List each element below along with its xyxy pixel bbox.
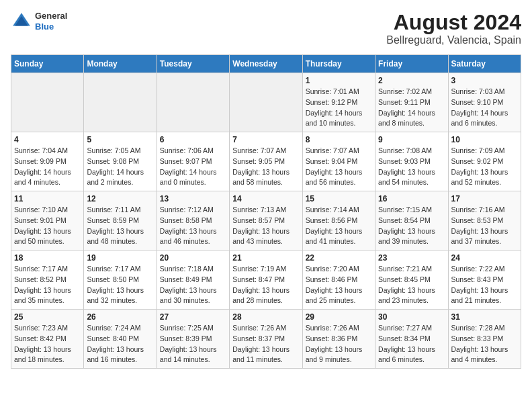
week-row-4: 18Sunrise: 7:17 AMSunset: 8:52 PMDayligh… <box>11 250 521 310</box>
daylight: Daylight: 13 hours and 39 minutes. <box>378 227 435 246</box>
sunset: Sunset: 8:34 PM <box>378 334 431 342</box>
day-number: 11 <box>14 194 81 203</box>
day-info: Sunrise: 7:04 AMSunset: 9:09 PMDaylight:… <box>14 146 81 188</box>
daylight: Daylight: 14 hours and 8 minutes. <box>378 109 435 128</box>
daylight: Daylight: 13 hours and 6 minutes. <box>378 345 435 364</box>
daylight: Daylight: 13 hours and 52 minutes. <box>451 168 508 187</box>
sunset: Sunset: 8:49 PM <box>160 275 212 283</box>
daylight: Daylight: 13 hours and 54 minutes. <box>378 168 435 187</box>
daylight: Daylight: 13 hours and 28 minutes. <box>232 286 290 305</box>
sunset: Sunset: 9:04 PM <box>306 157 358 165</box>
sunrise: Sunrise: 7:24 AM <box>87 324 140 332</box>
calendar-cell: 7Sunrise: 7:07 AMSunset: 9:05 PMDaylight… <box>230 132 302 191</box>
calendar-cell: 1Sunrise: 7:01 AMSunset: 9:12 PMDaylight… <box>302 73 375 132</box>
sunset: Sunset: 8:50 PM <box>87 275 139 283</box>
calendar-cell: 3Sunrise: 7:03 AMSunset: 9:10 PMDaylight… <box>448 73 521 132</box>
day-number: 12 <box>87 194 153 203</box>
day-info: Sunrise: 7:16 AMSunset: 8:53 PMDaylight:… <box>451 205 518 247</box>
day-number: 26 <box>87 312 153 322</box>
sunset: Sunset: 8:39 PM <box>160 334 212 342</box>
day-number: 16 <box>378 194 445 203</box>
sunrise: Sunrise: 7:14 AM <box>306 205 359 214</box>
calendar-cell: 12Sunrise: 7:11 AMSunset: 8:59 PMDayligh… <box>84 191 157 250</box>
day-number: 9 <box>378 135 445 144</box>
sunset: Sunset: 9:07 PM <box>160 157 212 165</box>
sunset: Sunset: 8:57 PM <box>232 216 285 224</box>
sunrise: Sunrise: 7:26 AM <box>232 324 286 332</box>
sunset: Sunset: 8:58 PM <box>160 216 212 224</box>
calendar-cell: 5Sunrise: 7:05 AMSunset: 9:08 PMDaylight… <box>84 132 157 191</box>
calendar-cell: 10Sunrise: 7:09 AMSunset: 9:02 PMDayligh… <box>448 132 521 191</box>
sunrise: Sunrise: 7:16 AM <box>451 205 505 214</box>
day-info: Sunrise: 7:03 AMSunset: 9:10 PMDaylight:… <box>451 87 518 129</box>
calendar-table: SundayMondayTuesdayWednesdayThursdayFrid… <box>11 54 521 369</box>
sunrise: Sunrise: 7:20 AM <box>306 265 359 273</box>
page-subtitle: Bellreguard, Valencia, Spain <box>386 34 521 46</box>
daylight: Daylight: 13 hours and 37 minutes. <box>451 227 508 246</box>
daylight: Daylight: 13 hours and 35 minutes. <box>14 286 71 305</box>
sunset: Sunset: 9:09 PM <box>14 157 66 165</box>
day-info: Sunrise: 7:22 AMSunset: 8:43 PMDaylight:… <box>451 264 518 306</box>
sunrise: Sunrise: 7:03 AM <box>451 87 505 95</box>
calendar-cell: 31Sunrise: 7:28 AMSunset: 8:33 PMDayligh… <box>448 310 521 369</box>
title-block: August 2024 Bellreguard, Valencia, Spain <box>386 11 521 46</box>
sunset: Sunset: 8:37 PM <box>232 334 285 342</box>
sunset: Sunset: 8:59 PM <box>87 216 139 224</box>
day-number: 30 <box>378 312 445 322</box>
sunrise: Sunrise: 7:08 AM <box>378 146 432 154</box>
calendar-cell: 23Sunrise: 7:21 AMSunset: 8:45 PMDayligh… <box>375 250 448 310</box>
day-number: 10 <box>451 135 518 144</box>
daylight: Daylight: 13 hours and 23 minutes. <box>378 286 435 305</box>
sunset: Sunset: 8:47 PM <box>232 275 285 283</box>
day-number: 29 <box>306 312 372 322</box>
calendar-cell: 28Sunrise: 7:26 AMSunset: 8:37 PMDayligh… <box>230 310 302 369</box>
day-header-thursday: Thursday <box>302 55 375 73</box>
day-info: Sunrise: 7:17 AMSunset: 8:50 PMDaylight:… <box>87 264 153 306</box>
day-info: Sunrise: 7:05 AMSunset: 9:08 PMDaylight:… <box>87 146 153 188</box>
day-header-tuesday: Tuesday <box>157 55 229 73</box>
day-info: Sunrise: 7:24 AMSunset: 8:40 PMDaylight:… <box>87 323 153 365</box>
daylight: Daylight: 13 hours and 4 minutes. <box>451 345 508 364</box>
sunrise: Sunrise: 7:26 AM <box>306 324 359 332</box>
sunrise: Sunrise: 7:28 AM <box>451 324 505 332</box>
daylight: Daylight: 13 hours and 18 minutes. <box>14 345 71 364</box>
day-info: Sunrise: 7:07 AMSunset: 9:05 PMDaylight:… <box>232 146 299 188</box>
calendar-cell: 24Sunrise: 7:22 AMSunset: 8:43 PMDayligh… <box>448 250 521 310</box>
sunrise: Sunrise: 7:13 AM <box>232 205 286 214</box>
sunrise: Sunrise: 7:23 AM <box>14 324 68 332</box>
day-number: 8 <box>306 135 372 144</box>
daylight: Daylight: 14 hours and 0 minutes. <box>160 168 217 187</box>
week-row-5: 25Sunrise: 7:23 AMSunset: 8:42 PMDayligh… <box>11 310 521 369</box>
day-number: 4 <box>14 135 81 144</box>
day-number: 19 <box>87 253 153 263</box>
calendar-cell: 20Sunrise: 7:18 AMSunset: 8:49 PMDayligh… <box>157 250 229 310</box>
daylight: Daylight: 13 hours and 41 minutes. <box>306 227 363 246</box>
sunrise: Sunrise: 7:18 AM <box>160 265 214 273</box>
sunset: Sunset: 8:36 PM <box>306 334 358 342</box>
logo: General Blue <box>11 11 67 32</box>
daylight: Daylight: 13 hours and 46 minutes. <box>160 227 217 246</box>
calendar-cell: 4Sunrise: 7:04 AMSunset: 9:09 PMDaylight… <box>11 132 84 191</box>
day-number: 20 <box>160 253 226 263</box>
day-number: 7 <box>232 135 299 144</box>
calendar-cell <box>11 73 84 132</box>
sunrise: Sunrise: 7:15 AM <box>378 205 432 214</box>
sunrise: Sunrise: 7:05 AM <box>87 146 140 154</box>
day-number: 3 <box>451 76 518 85</box>
sunrise: Sunrise: 7:10 AM <box>14 205 68 214</box>
sunset: Sunset: 9:08 PM <box>87 157 139 165</box>
calendar-cell: 29Sunrise: 7:26 AMSunset: 8:36 PMDayligh… <box>302 310 375 369</box>
day-info: Sunrise: 7:09 AMSunset: 9:02 PMDaylight:… <box>451 146 518 188</box>
calendar-cell: 26Sunrise: 7:24 AMSunset: 8:40 PMDayligh… <box>84 310 157 369</box>
daylight: Daylight: 13 hours and 21 minutes. <box>451 286 508 305</box>
sunrise: Sunrise: 7:07 AM <box>306 146 359 154</box>
sunrise: Sunrise: 7:25 AM <box>160 324 214 332</box>
day-number: 31 <box>451 312 518 322</box>
logo-blue: Blue <box>35 21 67 32</box>
day-number: 21 <box>232 253 299 263</box>
daylight: Daylight: 13 hours and 56 minutes. <box>306 168 363 187</box>
daylight: Daylight: 14 hours and 6 minutes. <box>451 109 508 128</box>
day-info: Sunrise: 7:06 AMSunset: 9:07 PMDaylight:… <box>160 146 226 188</box>
day-number: 22 <box>306 253 372 263</box>
calendar-cell: 13Sunrise: 7:12 AMSunset: 8:58 PMDayligh… <box>157 191 229 250</box>
